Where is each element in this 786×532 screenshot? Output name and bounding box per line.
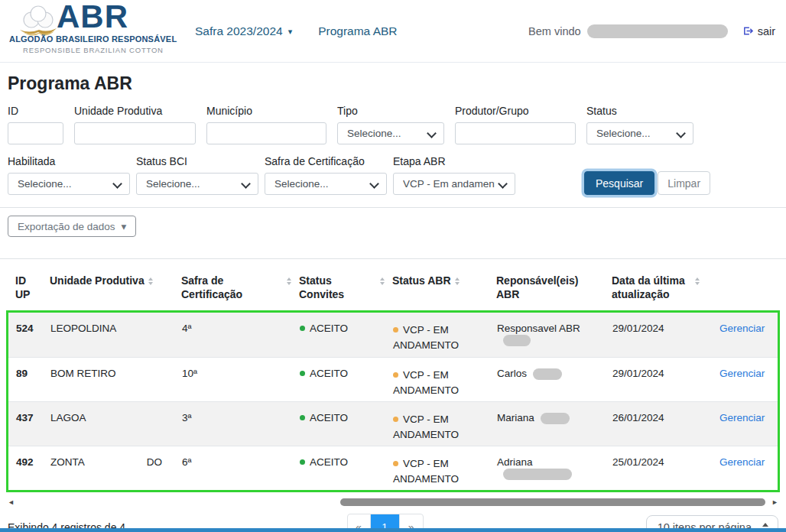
status-dot-green xyxy=(300,459,305,465)
cell-status-abr: VCP - EM ANDAMENTO xyxy=(393,402,477,442)
welcome-text: Bem vindo xyxy=(528,25,581,37)
status-dot-green xyxy=(300,415,305,420)
status-bci-label: Status BCI xyxy=(136,155,258,167)
logout-label: sair xyxy=(758,25,775,37)
gerenciar-link[interactable]: Gerenciar xyxy=(719,323,765,334)
status-dot-orange xyxy=(393,372,398,378)
redacted-username xyxy=(587,24,728,38)
app-header: ABR ALGODÃO BRASILEIRO RESPONSÁVEL RESPO… xyxy=(0,0,786,63)
cell-unidade: BOM RETIRO xyxy=(50,358,182,379)
tipo-select[interactable]: Selecione... xyxy=(337,122,444,144)
cell-responsavel: Carlos xyxy=(497,358,612,380)
logo-abr-text: ABR xyxy=(57,0,128,35)
safra-certificacao-label: Safra de Certificação xyxy=(265,155,387,167)
status-label: Status xyxy=(586,105,693,117)
cell-responsavel: Adriana xyxy=(497,446,612,480)
logo-subtitle: RESPONSIBLE BRAZILIAN COTTON xyxy=(23,46,164,54)
redacted-name xyxy=(503,469,572,480)
produtor-grupo-label: Produtor/Grupo xyxy=(455,105,576,117)
scroll-left-icon[interactable]: ◄ xyxy=(8,499,15,506)
col-status-convites[interactable]: Status Convites xyxy=(299,274,392,301)
unidade-produtiva-label: Unidade Produtiva xyxy=(74,105,196,117)
cell-unidade: LAGOA xyxy=(50,402,182,423)
scrollbar-thumb[interactable] xyxy=(340,498,765,506)
col-safra-certificacao[interactable]: Safra de Certificação xyxy=(181,274,299,301)
user-area: Bem vindo sair xyxy=(528,24,775,38)
cell-responsavel: Responsavel ABR xyxy=(497,313,612,346)
pesquisar-button[interactable]: Pesquisar xyxy=(584,171,654,195)
etapa-abr-label: Etapa ABR xyxy=(393,155,515,167)
cell-data: 26/01/2024 xyxy=(612,402,719,423)
nav-programa-label: Programa ABR xyxy=(318,24,397,38)
cell-safra: 6ª xyxy=(182,446,300,468)
gerenciar-link[interactable]: Gerenciar xyxy=(719,368,765,379)
highlighted-rows-region: 524 LEOPOLDINA 4ª ACEITO VCP - EM ANDAME… xyxy=(6,310,780,492)
status-bci-select[interactable]: Selecione... xyxy=(136,173,258,195)
logout-button[interactable]: sair xyxy=(742,25,775,37)
table-row: 89 BOM RETIRO 10ª ACEITO VCP - EM ANDAME… xyxy=(8,357,778,401)
gerenciar-link[interactable]: Gerenciar xyxy=(719,412,765,423)
status-dot-green xyxy=(300,371,305,376)
cell-status-abr: VCP - EM ANDAMENTO xyxy=(393,358,477,397)
cell-convites: ACEITO xyxy=(300,402,393,423)
id-input[interactable] xyxy=(8,122,63,144)
col-data-atualizacao[interactable]: Data da última atualização xyxy=(612,274,719,301)
cell-id: 89 xyxy=(8,358,50,379)
safra-certificacao-select[interactable]: Selecione... xyxy=(265,173,387,195)
caret-down-icon: ▾ xyxy=(122,220,127,232)
limpar-button[interactable]: Limpar xyxy=(658,171,710,195)
cell-id: 437 xyxy=(8,402,50,423)
col-id-up[interactable]: ID UP xyxy=(8,274,50,301)
nav-safra-dropdown[interactable]: Safra 2023/2024 ▾ xyxy=(195,24,292,38)
tipo-label: Tipo xyxy=(337,105,444,117)
filter-row-2: Habilitada Selecione... Status BCI Selec… xyxy=(8,155,778,195)
table-row: 492 ZONTADO 6ª ACEITO VCP - EM ANDAMENTO… xyxy=(8,446,778,490)
cell-safra: 10ª xyxy=(182,358,300,379)
cell-responsavel: Mariana xyxy=(497,402,612,424)
horizontal-scrollbar: ◄ ► xyxy=(8,497,778,508)
col-status-abr[interactable]: Status ABR xyxy=(392,274,496,301)
etapa-abr-select[interactable]: VCP - Em andamento xyxy=(393,173,515,195)
nav-programa-abr[interactable]: Programa ABR xyxy=(318,24,397,38)
status-select[interactable]: Selecione... xyxy=(586,122,693,144)
cell-id: 524 xyxy=(8,313,50,334)
export-dropdown-button[interactable]: Exportação de dados ▾ xyxy=(8,216,136,237)
cell-convites: ACEITO xyxy=(300,313,393,334)
col-unidade-produtiva[interactable]: Unidade Produtiva xyxy=(50,274,181,301)
habilitada-select[interactable]: Selecione... xyxy=(8,173,130,195)
scrollbar-track[interactable] xyxy=(18,498,768,506)
unidade-produtiva-input[interactable] xyxy=(74,122,196,144)
col-responsavel-abr[interactable]: Reponsável(eis) ABR xyxy=(496,274,612,301)
gerenciar-link[interactable]: Gerenciar xyxy=(719,456,765,468)
cotton-flower-icon xyxy=(18,5,58,38)
status-dot-orange xyxy=(393,327,398,332)
status-dot-orange xyxy=(393,461,398,466)
habilitada-label: Habilitada xyxy=(8,155,130,167)
export-row: Exportação de dados ▾ xyxy=(8,208,778,246)
cell-safra: 3ª xyxy=(182,402,300,423)
cell-safra: 4ª xyxy=(182,313,300,334)
produtor-grupo-input[interactable] xyxy=(455,122,576,144)
scroll-right-icon[interactable]: ► xyxy=(771,499,778,506)
bottom-accent-bar xyxy=(0,528,786,532)
page-title: Programa ABR xyxy=(8,73,778,94)
nav-safra-label: Safra 2023/2024 xyxy=(195,24,283,38)
table-row: 437 LAGOA 3ª ACEITO VCP - EM ANDAMENTO M… xyxy=(8,401,778,446)
export-label: Exportação de dados xyxy=(18,221,115,232)
status-dot-orange xyxy=(393,417,398,422)
sort-icon xyxy=(148,277,153,285)
table-header: ID UP Unidade Produtiva Safra de Certifi… xyxy=(8,259,778,310)
redacted-name xyxy=(533,368,562,380)
logo-title: ALGODÃO BRASILEIRO RESPONSÁVEL xyxy=(9,34,177,44)
cell-convites: ACEITO xyxy=(300,446,393,468)
municipio-input[interactable] xyxy=(206,122,326,144)
table-row: 524 LEOPOLDINA 4ª ACEITO VCP - EM ANDAME… xyxy=(8,313,778,357)
sort-icon xyxy=(380,277,385,285)
redacted-name xyxy=(503,335,531,346)
municipio-label: Município xyxy=(206,105,326,117)
status-dot-green xyxy=(300,326,305,331)
filter-row-1: ID Unidade Produtiva Município Tipo Sele… xyxy=(8,105,778,144)
sort-icon xyxy=(455,277,460,285)
cell-id: 492 xyxy=(8,446,50,468)
col-actions xyxy=(719,274,778,301)
